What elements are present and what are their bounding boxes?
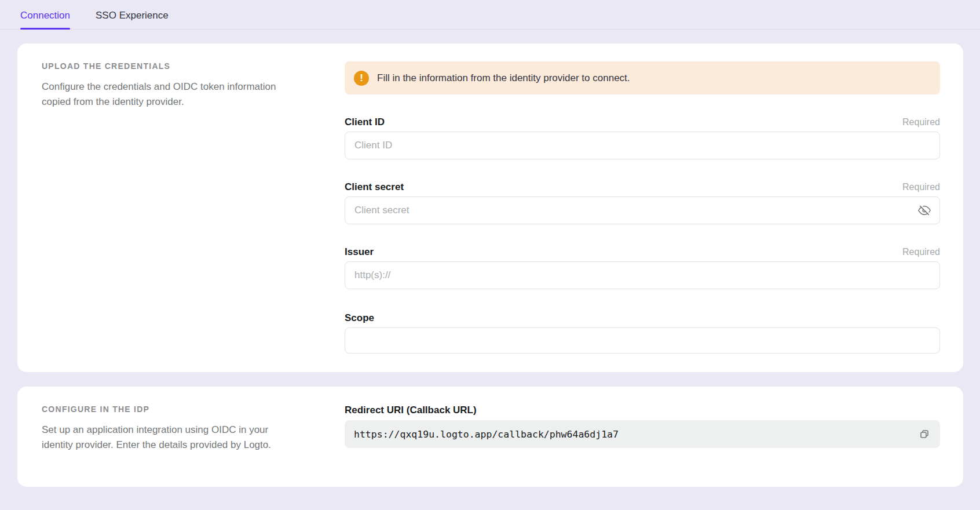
client-id-field-group: Client ID Required [345,116,940,159]
idp-section-heading: CONFIGURE IN THE IDP [42,405,294,414]
credentials-section-description: Configure the credentials and OIDC token… [42,79,294,110]
issuer-required-tag: Required [902,247,940,257]
credentials-aside: UPLOAD THE CREDENTIALS Configure the cre… [42,61,345,354]
page-content: UPLOAD THE CREDENTIALS Configure the cre… [0,30,980,487]
copy-icon [919,428,930,440]
tab-sso-experience[interactable]: SSO Experience [96,10,169,29]
client-id-label: Client ID [345,116,385,128]
issuer-field-group: Issuer Required [345,246,940,289]
credentials-card: UPLOAD THE CREDENTIALS Configure the cre… [17,43,963,372]
tab-bar: Connection SSO Experience [0,0,980,30]
idp-section-description: Set up an application integration using … [42,422,294,453]
issuer-label: Issuer [345,246,374,258]
idp-form: Redirect URI (Callback URL) https://qxq1… [345,405,940,468]
redirect-uri-field: https://qxq19u.logto.app/callback/phw64a… [345,420,940,448]
scope-field-group: Scope [345,312,940,354]
toggle-secret-visibility-button[interactable] [916,202,933,218]
scope-input[interactable] [345,327,940,354]
copy-redirect-uri-button[interactable] [915,424,934,444]
credentials-section-heading: UPLOAD THE CREDENTIALS [42,61,294,71]
scope-label: Scope [345,312,374,324]
client-id-input[interactable] [345,132,940,159]
client-secret-label: Client secret [345,181,404,193]
idp-card: CONFIGURE IN THE IDP Set up an applicati… [17,387,963,487]
redirect-uri-value: https://qxq19u.logto.app/callback/phw64a… [354,429,915,440]
alert-text: Fill in the information from the identit… [377,72,630,84]
client-secret-required-tag: Required [902,182,940,192]
redirect-uri-label: Redirect URI (Callback URL) [345,405,940,416]
credentials-form: ! Fill in the information from the ident… [345,61,940,354]
idp-aside: CONFIGURE IN THE IDP Set up an applicati… [42,405,345,468]
exclamation-circle-icon: ! [354,71,369,86]
issuer-input[interactable] [345,261,940,289]
alert-banner: ! Fill in the information from the ident… [345,61,940,94]
tab-connection[interactable]: Connection [20,10,70,29]
eye-off-icon [918,204,931,217]
client-secret-field-group: Client secret Required [345,181,940,224]
client-secret-input[interactable] [345,196,940,224]
client-id-required-tag: Required [902,117,940,128]
